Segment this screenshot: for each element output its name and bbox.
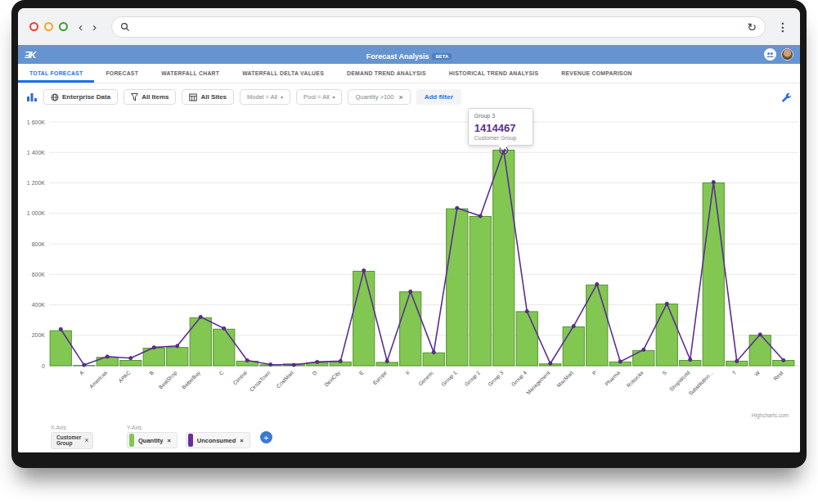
tab-bar: TOTAL FORECASTFORECASTWATERFALL CHARTWAT…	[18, 64, 800, 83]
line-marker-s[interactable]	[665, 302, 668, 305]
line-marker-central[interactable]	[245, 358, 249, 362]
forward-icon[interactable]: ›	[92, 20, 97, 33]
maximize-window-button[interactable]	[59, 22, 68, 31]
close-icon[interactable]: ×	[84, 436, 88, 444]
back-icon[interactable]: ‹	[79, 20, 83, 33]
line-marker-group-2[interactable]	[479, 214, 482, 218]
line-marker-pharma[interactable]	[618, 360, 622, 363]
close-icon[interactable]: ×	[398, 93, 402, 101]
close-icon[interactable]: ×	[240, 437, 243, 444]
highcharts-credit[interactable]: Highcharts.com	[752, 412, 789, 418]
x-tick-label-betterbuy: BetterBuy	[181, 369, 202, 390]
x-tick-label-a: A	[78, 369, 84, 376]
x-tick-label-f: F	[405, 370, 411, 376]
line-marker-costmart[interactable]	[292, 363, 295, 367]
line-marker-bestshop[interactable]	[176, 344, 179, 348]
bar-chart-icon[interactable]	[26, 92, 38, 102]
series-chip-unconsumed[interactable]: Unconsumed×	[186, 432, 250, 448]
x-tick-label-pharma: Pharma	[604, 369, 621, 386]
line-marker-europe[interactable]	[385, 359, 389, 362]
x-tick-label-e: E	[357, 369, 364, 376]
x-tick-label-s: S	[661, 369, 667, 376]
users-icon[interactable]	[764, 48, 776, 61]
line-marker-robucks[interactable]	[642, 348, 645, 351]
x-tick-label-bestshop: BestShop	[158, 369, 179, 390]
line-marker-shopworld[interactable]	[689, 358, 692, 361]
reload-icon[interactable]: ↻	[747, 20, 757, 34]
x-tick-label-robucks: Robucks	[626, 369, 645, 388]
bar-c[interactable]	[213, 329, 235, 366]
line-marker-americas[interactable]	[106, 355, 109, 358]
line-marker-f[interactable]	[409, 290, 412, 293]
line-marker-betterbuy[interactable]	[199, 315, 202, 318]
bar-apac[interactable]	[120, 360, 142, 366]
forecast-chart[interactable]: 0200K400K600K800K1 000K1 200K1 400K1 600…	[25, 110, 800, 405]
address-bar[interactable]: ↻	[111, 16, 766, 38]
chart-region[interactable]: 0200K400K600K800K1 000K1 200K1 400K1 600…	[18, 110, 800, 423]
bar-w[interactable]	[749, 335, 771, 366]
bar-group-1[interactable]	[447, 209, 468, 366]
close-window-button[interactable]	[29, 22, 38, 31]
browser-toolbar: ‹ › ↻ ⋮	[18, 8, 800, 45]
tab-revenue-comparison[interactable]: REVENUE COMPARISON	[550, 64, 643, 83]
bar-e[interactable]	[353, 272, 375, 366]
filter-chip-model-all[interactable]: Model = All▾	[240, 89, 290, 105]
bar-group-3[interactable]	[493, 151, 515, 366]
line-marker-e[interactable]	[362, 268, 366, 272]
y-tick-label: 1 600K	[27, 119, 46, 125]
bar-bestshop[interactable]	[167, 348, 188, 366]
line-marker-w[interactable]	[758, 333, 762, 336]
tab-forecast[interactable]: FORECAST	[94, 64, 150, 83]
bar-substitution[interactable]	[703, 183, 724, 367]
filter-chip-quantity-100[interactable]: Quantity >100×	[348, 89, 410, 105]
line-marker-maxmart[interactable]	[572, 324, 575, 327]
add-series-button[interactable]: +	[260, 431, 272, 443]
axis-controls: X-Axis CustomerGroup × Y-Axis Quantity×U…	[18, 423, 800, 449]
line-marker-p[interactable]	[596, 282, 599, 286]
browser-menu-icon[interactable]: ⋮	[777, 20, 789, 34]
tab-waterfall-chart[interactable]: WATERFALL CHART	[150, 64, 231, 83]
app-header: ƎK Forecast AnalysisBETA	[18, 45, 800, 64]
close-icon[interactable]: ×	[167, 437, 170, 444]
series-chip-label: Unconsumed	[197, 437, 236, 444]
line-marker-substitution[interactable]	[712, 180, 715, 183]
filter-chip-all-items[interactable]: All Items	[124, 89, 176, 105]
line-marker-apac[interactable]	[129, 357, 133, 360]
bar-group-2[interactable]	[470, 216, 491, 366]
line-marker-management[interactable]	[549, 362, 552, 365]
bar-group-4[interactable]	[516, 312, 537, 366]
line-marker-group-1[interactable]	[456, 206, 459, 209]
bar-blank[interactable]	[50, 331, 71, 366]
line-marker-generic[interactable]	[432, 351, 435, 354]
filter-chip-pool-all[interactable]: Pool = All▾	[296, 89, 343, 105]
line-marker-t[interactable]	[735, 359, 739, 362]
series-chip-quantity[interactable]: Quantity×	[127, 432, 178, 448]
bar-betterbuy[interactable]	[190, 317, 211, 366]
tab-demand-trend-analysis[interactable]: DEMAND TREND ANALYSIS	[335, 64, 438, 83]
line-marker-cirrustown[interactable]	[269, 362, 272, 366]
bar-s[interactable]	[656, 304, 677, 366]
add-filter-button[interactable]: Add filter	[416, 89, 461, 105]
line-marker-c[interactable]	[222, 326, 226, 330]
line-marker-blank[interactable]	[59, 327, 62, 331]
line-marker-group-4[interactable]	[525, 309, 528, 313]
tab-historical-trend-analysis[interactable]: HISTORICAL TREND ANALYSIS	[438, 64, 550, 83]
filter-chip-enterprise-data[interactable]: Enterprise Data	[43, 89, 118, 105]
avatar[interactable]	[781, 48, 793, 61]
globe-icon	[51, 93, 59, 101]
tab-waterfall-delta-values[interactable]: WATERFALL DELTA VALUES	[231, 64, 335, 83]
bar-f[interactable]	[400, 292, 421, 366]
tab-total-forecast[interactable]: TOTAL FORECAST	[18, 64, 94, 83]
line-marker-rest[interactable]	[782, 358, 785, 362]
line-marker-b[interactable]	[152, 346, 155, 349]
minimize-window-button[interactable]	[44, 22, 53, 31]
line-marker-dexicity[interactable]	[339, 359, 342, 362]
line-marker-a[interactable]	[83, 363, 86, 367]
wrench-icon[interactable]	[780, 92, 792, 103]
x-axis-chip[interactable]: CustomerGroup ×	[51, 432, 93, 449]
line-marker-d[interactable]	[316, 360, 319, 363]
bar-maxmart[interactable]	[563, 327, 584, 366]
filter-chip-all-sites[interactable]: All Sites	[182, 89, 234, 105]
bar-robucks[interactable]	[633, 350, 654, 366]
bar-generic[interactable]	[423, 353, 444, 366]
